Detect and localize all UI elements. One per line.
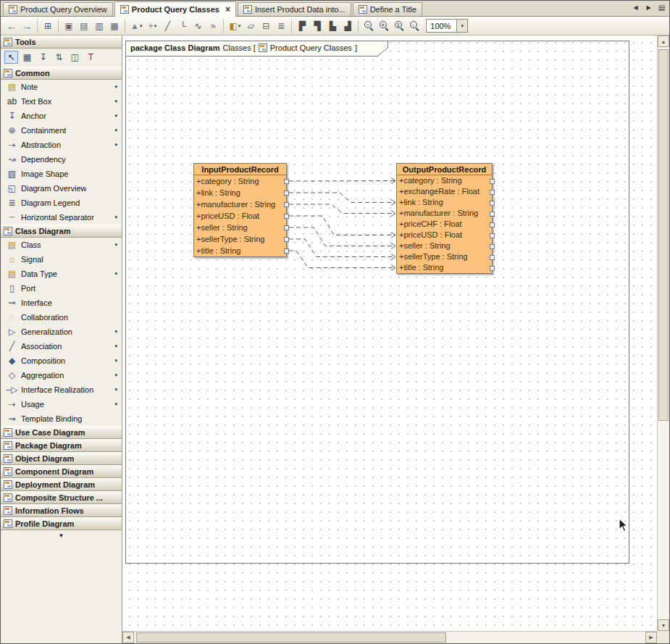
class-attribute[interactable]: +priceUSD : Float [194,210,286,222]
palette-item-data-type[interactable]: ▤Data Type▾ [1,267,122,281]
class-attribute[interactable]: +link : String [194,187,286,198]
copy-button[interactable]: ▣ [62,19,76,33]
scroll-up-button[interactable]: ▲ [658,35,669,47]
palette-section-common[interactable]: Common [1,67,122,80]
copy-image-button[interactable]: ▥ [92,19,106,33]
align-bottom-button[interactable]: ▙ [325,19,340,33]
close-tab-icon[interactable]: × [225,6,230,13]
palette-section-object-diagram[interactable]: Object Diagram [1,452,122,465]
swimlane-tool-icon[interactable]: ◫ [68,51,82,64]
clone-button[interactable]: ▦ [107,19,122,33]
text-tool-icon[interactable]: T [84,51,98,64]
pointer-tool-icon[interactable]: ↖ [4,51,18,64]
vertical-scrollbar[interactable]: ▲ ▼ [657,35,669,631]
fill-color-button[interactable]: ◧▾ [227,19,243,33]
class-attribute[interactable]: +seller : String [194,222,286,233]
horizontal-scrollbar-thumb[interactable] [136,632,446,643]
palette-item-note[interactable]: ▤Note▾ [1,80,122,94]
class-attribute[interactable]: +priceCHF : Float [397,219,492,230]
class-attribute[interactable]: +exchangeRate : Float [397,186,492,197]
palette-item-composition[interactable]: ◆Composition▾ [1,354,122,368]
palette-section-deployment-diagram[interactable]: Deployment Diagram [1,478,122,491]
back-button[interactable]: ← [4,19,19,33]
palette-item-port[interactable]: ▯Port [1,281,122,296]
anchor-point-tool-icon[interactable]: ↧ [36,51,50,64]
scroll-down-button[interactable]: ▼ [658,619,669,631]
class-attribute[interactable]: +priceUSD : Float [397,230,492,241]
align-middle-button[interactable]: ▜ [310,19,324,33]
palette-item-collaboration[interactable]: ◌Collaboration [1,310,122,325]
class-attribute[interactable]: +sellerType : String [194,233,286,245]
tab-product-query-classes[interactable]: Product Query Classes× [114,1,236,17]
previous-tab-button[interactable]: ◀ [630,2,641,13]
palette-item-usage[interactable]: ⇢Usage▾ [1,397,122,411]
palette-item-association[interactable]: ╱Association▾ [1,339,122,354]
horizontal-scrollbar[interactable]: ◀ ▶ [122,631,657,643]
palette-item-diagram-legend[interactable]: ≣Diagram Legend [1,196,122,210]
class-attribute[interactable]: +link : String [397,197,492,208]
palette-item-class[interactable]: ▤Class▾ [1,238,122,252]
tab-insert-product-data-into[interactable]: Insert Product Data into... [238,2,351,16]
create-point-button[interactable]: +▾ [145,19,159,33]
tab-list-button[interactable]: ▤ [656,2,667,13]
select-in-containment-tree-button[interactable]: ⊞ [41,19,55,33]
forward-button[interactable]: → [20,19,34,33]
palette-item-aggregation[interactable]: ◇Aggregation▾ [1,368,122,382]
class-attribute[interactable]: +seller : String [397,241,492,251]
palette-item-generalization[interactable]: ▷Generalization▾ [1,325,122,339]
scroll-left-button[interactable]: ◀ [122,632,134,643]
make-same-size-button[interactable]: ▟ [340,19,355,33]
zoom-1-1-button[interactable]: 1 [392,19,406,33]
tab-product-query-overview[interactable]: Product Query Overview [3,2,113,16]
class-attribute[interactable]: +title : String [397,262,492,273]
diagram-canvas[interactable]: package Class Diagram Classes [ Product … [122,35,657,631]
create-shape-button[interactable]: ▲▾ [128,19,144,33]
class-attribute[interactable]: +sellerType : String [397,251,492,262]
palette-section-component-diagram[interactable]: Component Diagram [1,465,122,478]
palette-item-horizontal-separator[interactable]: ┄Horizontal Separator▾ [1,210,122,225]
class-attribute[interactable]: +manufacturer : String [194,198,286,210]
palette-section-package-diagram[interactable]: Package Diagram [1,439,122,452]
zoom-dropdown-arrow-icon[interactable]: ▾ [456,20,467,32]
class-inputproductrecord[interactable]: InputProductRecord+category : String+lin… [193,163,287,257]
vertical-scrollbar-thumb[interactable] [658,49,669,421]
palette-item-signal[interactable]: ⌂Signal [1,252,122,267]
scroll-right-button[interactable]: ▶ [645,632,657,643]
palette-item-containment[interactable]: ⊕Containment▾ [1,123,122,138]
palette-item-interface-realization[interactable]: –▷Interface Realization▾ [1,382,122,397]
spline-path-button[interactable]: ≈ [206,19,220,33]
zoom-in-button[interactable]: + [377,19,391,33]
palette-item-interface[interactable]: ⊸Interface [1,296,122,310]
next-tab-button[interactable]: ▶ [643,2,654,13]
palette-section-use-case-diagram[interactable]: Use Case Diagram [1,426,122,439]
rectilinear-path-button[interactable]: └ [175,19,190,33]
show-grid-button[interactable]: ⊟ [259,19,273,33]
palette-section-class-diagram[interactable]: Class Diagram [1,225,122,238]
paste-button[interactable]: ▤ [77,19,91,33]
palette-item-abstraction[interactable]: ⇢Abstraction▾ [1,138,122,152]
palette-section-profile-diagram[interactable]: Profile Diagram [1,517,122,530]
zoom-fit-button[interactable]: ▫ [407,19,422,33]
class-outputproductrecord[interactable]: OutputProductRecord+category : String+ex… [396,163,493,274]
zoom-out-button[interactable]: − [361,19,376,33]
class-attribute[interactable]: +category : String [397,175,492,186]
palette-item-text-box[interactable]: abText Box▾ [1,94,122,109]
oblique-path-button[interactable]: ╱ [160,19,175,33]
class-attribute[interactable]: +manufacturer : String [397,208,492,219]
line-color-button[interactable]: ▱ [243,19,258,33]
palette-item-dependency[interactable]: ↝Dependency [1,152,122,167]
palette-scroll-more-button[interactable]: ▼ [1,530,122,541]
palette-item-diagram-overview[interactable]: ◱Diagram Overview [1,181,122,196]
palette-section-information-flows[interactable]: Information Flows [1,504,122,517]
group-select-tool-icon[interactable]: ▦ [20,51,34,64]
layout-button[interactable]: ≣ [274,19,288,33]
zoom-level-select[interactable]: 100% ▾ [426,19,468,33]
palette-section-composite-structure[interactable]: Composite Structure ... [1,491,122,504]
curve-path-button[interactable]: ∿ [190,19,205,33]
align-top-button[interactable]: ▛ [295,19,309,33]
palette-item-anchor[interactable]: ↧Anchor▾ [1,109,122,123]
class-attribute[interactable]: +category : String [194,175,286,187]
tab-define-a-title[interactable]: Define a Title [353,2,422,16]
palette-item-template-binding[interactable]: ⇝Template Binding [1,411,122,426]
palette-section-tools[interactable]: Tools [1,35,122,49]
